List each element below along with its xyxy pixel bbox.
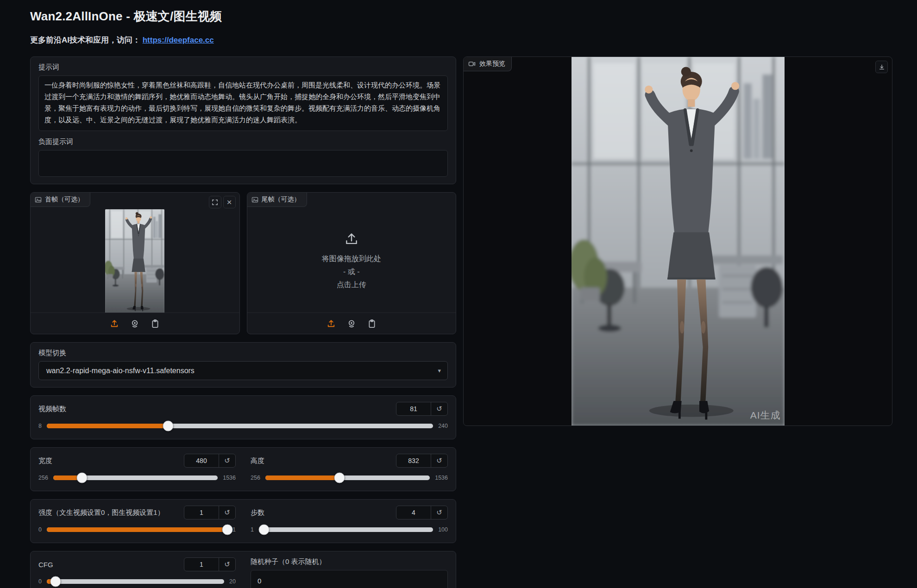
upload-button[interactable] xyxy=(109,319,119,329)
model-value: wan2.2-rapid-mega-aio-nsfw-v11.safetenso… xyxy=(46,367,195,375)
width-min-label: 256 xyxy=(38,475,48,481)
strength-steps-block: 强度（文生视频设置0，图生视频设置1） 1 ↺ 0 1 步数 xyxy=(30,499,456,543)
strength-label: 强度（文生视频设置0，图生视频设置1） xyxy=(38,508,164,517)
height-max-label: 1536 xyxy=(435,475,448,481)
frames-block: 视频帧数 81 ↺ 8 240 xyxy=(30,395,456,439)
clipboard-icon xyxy=(151,319,160,328)
prompt-textarea[interactable]: 一位身着时尚制服的惊艳女性，穿着黑色丝袜和高跟鞋，自信地站在现代办公桌前，周围是… xyxy=(38,75,448,131)
last-frame-upload: 尾帧（可选） 将图像拖放到此处 - 或 - 点击上传 xyxy=(247,192,457,334)
frames-slider[interactable] xyxy=(47,424,433,428)
negative-prompt-textarea[interactable] xyxy=(38,150,448,177)
image-icon xyxy=(35,196,42,203)
cfg-field: CFG 1 ↺ 0 20 xyxy=(38,557,236,588)
webcam-icon xyxy=(130,319,139,328)
steps-label: 步数 xyxy=(251,508,264,517)
image-icon xyxy=(251,196,258,203)
download-icon xyxy=(879,64,885,70)
cfg-reset-button[interactable]: ↺ xyxy=(219,558,235,571)
height-field: 高度 832 ↺ 256 1536 xyxy=(251,454,448,484)
click-hint: 点击上传 xyxy=(337,278,366,291)
webcam-button[interactable] xyxy=(346,319,357,329)
or-text: - 或 - xyxy=(343,265,360,278)
steps-field: 步数 4 ↺ 1 100 xyxy=(251,506,448,536)
cfg-seed-block: CFG 1 ↺ 0 20 随机种子（0 表示随机） 0 xyxy=(30,551,456,588)
strength-slider[interactable] xyxy=(47,527,227,532)
strength-value-input[interactable]: 1 xyxy=(184,506,219,519)
preview-label: 效果预览 xyxy=(479,60,505,68)
width-slider[interactable] xyxy=(53,475,218,480)
steps-reset-button[interactable]: ↺ xyxy=(431,506,447,519)
upload-icon xyxy=(110,319,119,328)
paste-button[interactable] xyxy=(150,319,160,329)
height-label: 高度 xyxy=(251,457,264,465)
chevron-down-icon: ▾ xyxy=(438,367,441,374)
first-frame-thumbnail xyxy=(105,209,164,313)
height-slider-handle[interactable] xyxy=(334,473,345,483)
frames-slider-handle[interactable] xyxy=(163,421,174,432)
last-frame-dropzone[interactable]: 将图像拖放到此处 - 或 - 点击上传 xyxy=(322,231,381,291)
drop-hint: 将图像拖放到此处 xyxy=(322,252,381,265)
clear-image-button[interactable]: × xyxy=(223,196,236,208)
height-slider[interactable] xyxy=(265,475,430,480)
cfg-label: CFG xyxy=(38,561,53,569)
steps-value-input[interactable]: 4 xyxy=(396,506,431,519)
first-frame-chip: 首帧（可选） xyxy=(31,193,90,207)
width-max-label: 1536 xyxy=(223,475,236,481)
size-block: 宽度 480 ↺ 256 1536 高度 xyxy=(30,447,456,491)
width-label: 宽度 xyxy=(38,457,52,465)
cfg-slider-handle[interactable] xyxy=(50,576,61,587)
seed-field: 随机种子（0 表示随机） 0 xyxy=(251,557,448,588)
strength-slider-handle[interactable] xyxy=(222,525,233,535)
strength-max-label: 1 xyxy=(232,526,236,533)
prompt-label: 提示词 xyxy=(38,63,448,72)
fullscreen-icon xyxy=(212,199,218,206)
download-button[interactable] xyxy=(875,61,888,73)
upload-button[interactable] xyxy=(326,319,336,329)
strength-field: 强度（文生视频设置0，图生视频设置1） 1 ↺ 0 1 xyxy=(38,506,236,536)
subtitle: 更多前沿AI技术和应用，访问： https://deepface.cc xyxy=(30,35,917,45)
seed-input[interactable]: 0 xyxy=(251,570,448,588)
frames-reset-button[interactable]: ↺ xyxy=(431,402,447,415)
last-frame-chip: 尾帧（可选） xyxy=(247,193,307,207)
width-field: 宽度 480 ↺ 256 1536 xyxy=(38,454,236,484)
steps-slider-handle[interactable] xyxy=(259,525,270,535)
strength-reset-button[interactable]: ↺ xyxy=(219,506,235,519)
model-select[interactable]: wan2.2-rapid-mega-aio-nsfw-v11.safetenso… xyxy=(38,361,448,380)
webcam-button[interactable] xyxy=(130,319,140,329)
cfg-slider[interactable] xyxy=(47,579,224,584)
steps-min-label: 1 xyxy=(251,526,254,533)
first-frame-label: 首帧（可选） xyxy=(45,195,84,204)
webcam-icon xyxy=(347,319,356,328)
app-page: Wan2.2AllInOne - 极速文/图生视频 更多前沿AI技术和应用，访问… xyxy=(0,0,917,588)
paste-button[interactable] xyxy=(367,319,377,329)
frames-min-label: 8 xyxy=(38,423,42,429)
upload-icon xyxy=(327,319,336,328)
height-min-label: 256 xyxy=(251,475,260,481)
upload-icon xyxy=(344,231,359,247)
width-value-input[interactable]: 480 xyxy=(184,454,219,467)
preview-chip: 效果预览 xyxy=(464,57,512,71)
steps-slider[interactable] xyxy=(259,527,433,532)
width-reset-button[interactable]: ↺ xyxy=(219,454,235,467)
first-frame-upload: 首帧（可选） × xyxy=(30,192,240,334)
frames-max-label: 240 xyxy=(438,423,448,429)
fullscreen-button[interactable] xyxy=(209,196,221,208)
last-frame-label: 尾帧（可选） xyxy=(262,195,301,204)
close-icon: × xyxy=(226,198,232,206)
frames-label: 视频帧数 xyxy=(38,405,66,413)
height-value-input[interactable]: 832 xyxy=(396,454,431,467)
deepface-link[interactable]: https://deepface.cc xyxy=(143,36,214,44)
preview-image xyxy=(572,57,785,425)
cfg-value-input[interactable]: 1 xyxy=(184,558,219,571)
width-slider-handle[interactable] xyxy=(77,473,88,483)
frames-value-input[interactable]: 81 xyxy=(396,402,431,415)
height-reset-button[interactable]: ↺ xyxy=(431,454,447,467)
cfg-min-label: 0 xyxy=(38,578,42,585)
page-title: Wan2.2AllInOne - 极速文/图生视频 xyxy=(30,8,917,25)
last-frame-toolbar xyxy=(247,313,456,334)
ai-watermark: AI生成 xyxy=(750,409,781,422)
clipboard-icon xyxy=(367,319,377,328)
preview-video: AI生成 xyxy=(572,57,785,425)
first-frame-image-area[interactable] xyxy=(31,210,239,313)
cfg-max-label: 20 xyxy=(229,578,236,585)
